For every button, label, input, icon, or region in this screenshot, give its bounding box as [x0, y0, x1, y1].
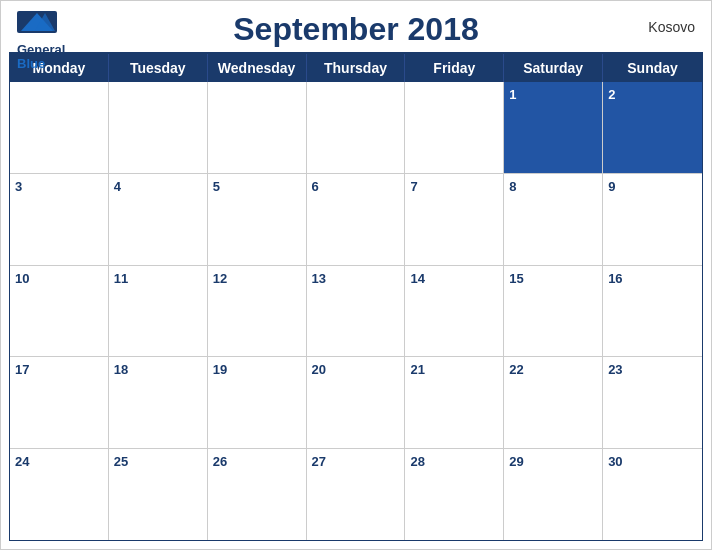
day-cell	[109, 82, 208, 173]
day-header-wednesday: Wednesday	[208, 54, 307, 82]
day-number: 30	[608, 454, 622, 469]
day-number: 28	[410, 454, 424, 469]
day-cell: 24	[10, 449, 109, 540]
day-number: 23	[608, 362, 622, 377]
day-cell: 15	[504, 266, 603, 357]
day-cell: 25	[109, 449, 208, 540]
day-number: 21	[410, 362, 424, 377]
day-cell: 10	[10, 266, 109, 357]
day-number: 1	[509, 87, 516, 102]
day-header-sunday: Sunday	[603, 54, 702, 82]
day-number: 6	[312, 179, 319, 194]
day-number: 22	[509, 362, 523, 377]
day-cell: 14	[405, 266, 504, 357]
day-cell: 26	[208, 449, 307, 540]
day-cell: 2	[603, 82, 702, 173]
calendar-title: September 2018	[233, 11, 478, 48]
day-cell	[307, 82, 406, 173]
day-cell: 21	[405, 357, 504, 448]
logo-area: General Blue	[17, 11, 65, 72]
day-cell: 9	[603, 174, 702, 265]
day-cell: 17	[10, 357, 109, 448]
calendar-body: 1234567891011121314151617181920212223242…	[10, 82, 702, 540]
week-row-1: 12	[10, 82, 702, 174]
day-cell: 7	[405, 174, 504, 265]
day-number: 13	[312, 271, 326, 286]
day-cell: 30	[603, 449, 702, 540]
day-cell: 23	[603, 357, 702, 448]
day-number: 20	[312, 362, 326, 377]
day-number: 26	[213, 454, 227, 469]
logo-general-text: General	[17, 43, 65, 57]
day-cell: 1	[504, 82, 603, 173]
day-cell: 11	[109, 266, 208, 357]
day-cell: 3	[10, 174, 109, 265]
day-cell: 16	[603, 266, 702, 357]
day-cell: 28	[405, 449, 504, 540]
day-cell: 13	[307, 266, 406, 357]
day-header-friday: Friday	[405, 54, 504, 82]
day-number: 29	[509, 454, 523, 469]
day-number: 9	[608, 179, 615, 194]
calendar-grid: MondayTuesdayWednesdayThursdayFridaySatu…	[9, 52, 703, 541]
week-row-5: 24252627282930	[10, 449, 702, 540]
logo-icon	[17, 11, 57, 41]
day-header-thursday: Thursday	[307, 54, 406, 82]
day-number: 7	[410, 179, 417, 194]
day-number: 10	[15, 271, 29, 286]
day-number: 27	[312, 454, 326, 469]
day-number: 25	[114, 454, 128, 469]
day-number: 3	[15, 179, 22, 194]
calendar-container: General Blue September 2018 Kosovo Monda…	[0, 0, 712, 550]
day-number: 11	[114, 271, 128, 286]
day-number: 2	[608, 87, 615, 102]
day-number: 8	[509, 179, 516, 194]
day-cell: 29	[504, 449, 603, 540]
day-number: 14	[410, 271, 424, 286]
day-cell	[208, 82, 307, 173]
day-cell: 12	[208, 266, 307, 357]
day-number: 12	[213, 271, 227, 286]
logo-blue-text: Blue	[17, 57, 65, 71]
day-number: 16	[608, 271, 622, 286]
day-number: 24	[15, 454, 29, 469]
day-cell: 27	[307, 449, 406, 540]
day-header-tuesday: Tuesday	[109, 54, 208, 82]
day-cell: 20	[307, 357, 406, 448]
day-headers-row: MondayTuesdayWednesdayThursdayFridaySatu…	[10, 54, 702, 82]
day-cell: 18	[109, 357, 208, 448]
day-cell: 19	[208, 357, 307, 448]
day-number: 4	[114, 179, 121, 194]
country-label: Kosovo	[648, 19, 695, 35]
day-cell	[10, 82, 109, 173]
day-number: 5	[213, 179, 220, 194]
day-cell: 22	[504, 357, 603, 448]
day-cell: 8	[504, 174, 603, 265]
week-row-4: 17181920212223	[10, 357, 702, 449]
week-row-3: 10111213141516	[10, 266, 702, 358]
day-header-saturday: Saturday	[504, 54, 603, 82]
week-row-2: 3456789	[10, 174, 702, 266]
day-cell: 5	[208, 174, 307, 265]
day-number: 18	[114, 362, 128, 377]
title-area: September 2018	[233, 11, 478, 48]
day-number: 19	[213, 362, 227, 377]
day-cell: 4	[109, 174, 208, 265]
day-cell	[405, 82, 504, 173]
day-cell: 6	[307, 174, 406, 265]
calendar-header: General Blue September 2018 Kosovo	[1, 1, 711, 52]
day-number: 17	[15, 362, 29, 377]
day-number: 15	[509, 271, 523, 286]
